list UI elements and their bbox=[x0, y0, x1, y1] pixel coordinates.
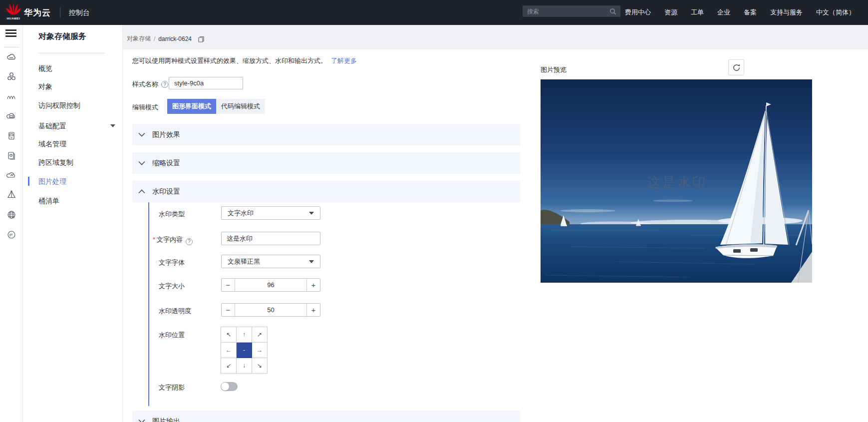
sidebar-item-domain[interactable]: 域名管理 bbox=[23, 139, 122, 149]
chevron-down-icon bbox=[110, 124, 115, 127]
menu-support[interactable]: 支持与服务 bbox=[770, 8, 803, 17]
refresh-button[interactable] bbox=[728, 59, 744, 75]
section-title: 水印设置 bbox=[152, 187, 180, 196]
search-icon[interactable] bbox=[609, 8, 616, 15]
copy-icon[interactable] bbox=[198, 35, 205, 42]
service-sidebar: 对象存储服务 概览 对象 访问权限控制 基础配置 域名管理 跨区域复制 图片处理… bbox=[23, 25, 123, 422]
cloud-sync-icon[interactable] bbox=[6, 170, 17, 181]
opacity-stepper: − + bbox=[221, 303, 320, 317]
svg-text:IP: IP bbox=[9, 233, 13, 237]
watermark-type-label: 水印类型 bbox=[159, 210, 185, 219]
position-top[interactable]: ↑ bbox=[237, 327, 252, 343]
text-content-input[interactable] bbox=[221, 232, 320, 245]
minus-button[interactable]: − bbox=[222, 279, 235, 291]
opacity-value[interactable] bbox=[235, 304, 306, 316]
accent-bar bbox=[148, 202, 149, 406]
menu-billing[interactable]: 费用中心 bbox=[625, 8, 651, 17]
breadcrumb-separator: / bbox=[154, 35, 155, 42]
text-font-select[interactable]: 文泉驿正黑 bbox=[221, 255, 320, 268]
menu-tickets[interactable]: 工单 bbox=[691, 8, 704, 17]
help-icon[interactable]: ? bbox=[161, 81, 168, 88]
style-name-row: 样式名称 ? bbox=[132, 80, 168, 89]
position-left[interactable]: ← bbox=[221, 343, 237, 358]
watermark-position-grid: ↖ ↑ ↗ ← - → ↙ ↓ ↘ bbox=[221, 327, 268, 374]
cloud-icon[interactable] bbox=[6, 51, 17, 62]
sidebar-item-permissions[interactable]: 访问权限控制 bbox=[23, 100, 122, 110]
sidebar-item-overview[interactable]: 概览 bbox=[23, 63, 122, 73]
huawei-logo-icon: HUAWEI bbox=[5, 2, 22, 22]
sidebar-item-inventory[interactable]: 桶清单 bbox=[23, 196, 122, 206]
device-cloud-icon[interactable] bbox=[6, 130, 17, 141]
position-label: 水印位置 bbox=[159, 331, 185, 340]
section-title: 缩略设置 bbox=[152, 159, 180, 168]
watermark-panel: 水印类型 文字水印 *文字内容? 文字字体 文泉驿正黑 bbox=[132, 202, 520, 406]
learn-more-link[interactable]: 了解更多 bbox=[331, 57, 357, 64]
section-watermark[interactable]: 水印设置 bbox=[132, 181, 520, 202]
chevron-up-icon bbox=[138, 189, 145, 194]
cloud-server-icon[interactable] bbox=[6, 110, 17, 121]
wave-icon[interactable] bbox=[6, 91, 17, 102]
opacity-label: 水印透明度 bbox=[159, 307, 191, 316]
menu-enterprise[interactable]: 企业 bbox=[717, 8, 730, 17]
accordion-sections: 图片效果 缩略设置 水印设置 水印类型 bbox=[132, 124, 520, 422]
topbar-menu: 费用中心 资源 工单 企业 备案 支持与服务 中文（简体） bbox=[625, 0, 855, 25]
watermark-type-select[interactable]: 文字水印 bbox=[221, 206, 320, 220]
preview-title: 图片预览 bbox=[541, 65, 567, 74]
search-input[interactable] bbox=[523, 8, 609, 15]
sidebar-item-objects[interactable]: 对象 bbox=[23, 81, 122, 91]
svg-text:w: w bbox=[12, 216, 15, 219]
section-title: 图片输出 bbox=[152, 417, 180, 422]
globe-icon[interactable]: w bbox=[6, 209, 17, 220]
copy-document-icon[interactable] bbox=[6, 150, 17, 161]
huawei-wordmark: HUAWEI bbox=[5, 17, 22, 20]
section-thumbnail[interactable]: 缩略设置 bbox=[132, 152, 520, 174]
menu-resources[interactable]: 资源 bbox=[664, 8, 677, 17]
search-box bbox=[523, 5, 620, 17]
position-top-right[interactable]: ↗ bbox=[252, 327, 268, 343]
position-center[interactable]: - bbox=[237, 343, 252, 358]
menu-language[interactable]: 中文（简体） bbox=[816, 8, 855, 17]
text-shadow-label: 文字阴影 bbox=[159, 383, 185, 392]
sidebar-item-basic-config[interactable]: 基础配置 bbox=[23, 121, 122, 131]
menu-icp[interactable]: 备案 bbox=[744, 8, 757, 17]
intro-text: 您可以使用两种模式设置样式的效果、缩放方式、水印和输出方式。了解更多 bbox=[132, 56, 357, 65]
help-icon[interactable]: ? bbox=[186, 238, 193, 245]
minus-button[interactable]: − bbox=[222, 304, 235, 316]
section-image-effects[interactable]: 图片效果 bbox=[132, 124, 520, 145]
sidebar-divider bbox=[38, 53, 105, 53]
chevron-down-icon bbox=[138, 161, 145, 165]
plus-button[interactable]: + bbox=[306, 304, 320, 316]
position-right[interactable]: → bbox=[252, 343, 268, 358]
hamburger-menu-icon[interactable] bbox=[5, 29, 16, 37]
position-bottom[interactable]: ↓ bbox=[237, 358, 252, 374]
text-size-label: 文字大小 bbox=[159, 282, 185, 291]
breadcrumb-current: darrick-0624 bbox=[158, 35, 192, 42]
style-name-label: 样式名称 bbox=[132, 80, 158, 89]
position-bottom-right[interactable]: ↘ bbox=[252, 358, 268, 374]
sidebar-item-image-processing[interactable]: 图片处理 bbox=[23, 176, 122, 186]
ip-icon[interactable]: IP bbox=[6, 229, 17, 240]
section-image-output[interactable]: 图片输出 bbox=[132, 411, 520, 422]
text-content-label: *文字内容? bbox=[153, 235, 193, 245]
required-asterisk: * bbox=[153, 236, 155, 243]
breadcrumb-root[interactable]: 对象存储 bbox=[127, 34, 151, 43]
tab-code-mode[interactable]: 代码编辑模式 bbox=[216, 99, 265, 114]
tab-gui-mode[interactable]: 图形界面模式 bbox=[167, 99, 216, 114]
console-link[interactable]: 控制台 bbox=[69, 8, 90, 17]
plus-button[interactable]: + bbox=[306, 279, 320, 291]
edit-mode-row: 编辑模式 bbox=[132, 103, 158, 112]
main-area: 对象存储 / darrick-0624 您可以使用两种模式设置样式的效果、缩放方… bbox=[123, 25, 868, 422]
position-bottom-left[interactable]: ↙ bbox=[221, 358, 237, 374]
position-top-left[interactable]: ↖ bbox=[221, 327, 237, 343]
rail-divider bbox=[4, 47, 19, 47]
chevron-down-icon bbox=[309, 260, 314, 263]
preview-image: 这是水印 bbox=[541, 79, 812, 283]
edit-mode-label: 编辑模式 bbox=[132, 103, 158, 112]
sidebar-item-cross-region[interactable]: 跨区域复制 bbox=[23, 157, 122, 167]
text-font-label: 文字字体 bbox=[159, 258, 185, 267]
text-size-value[interactable] bbox=[235, 279, 306, 291]
text-shadow-toggle[interactable] bbox=[221, 382, 238, 391]
prism-icon[interactable] bbox=[6, 189, 17, 200]
cluster-nodes-icon[interactable] bbox=[6, 71, 17, 82]
style-name-input[interactable] bbox=[169, 77, 243, 89]
